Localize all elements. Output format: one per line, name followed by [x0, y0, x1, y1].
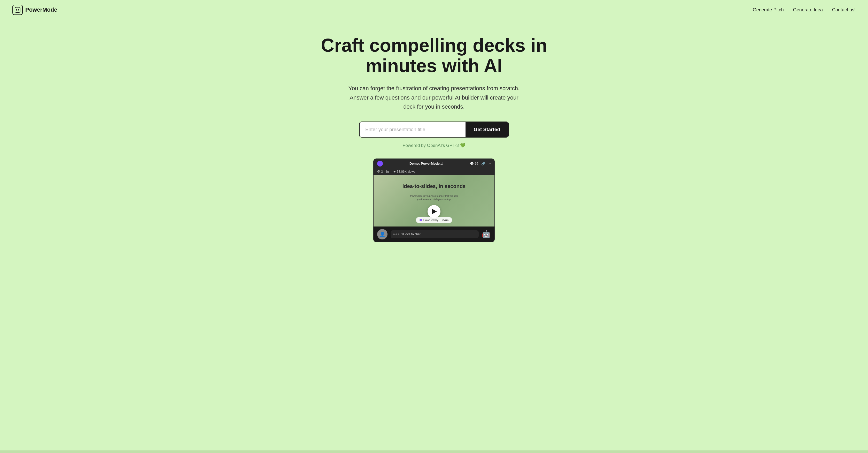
link-icon: 🔗: [481, 162, 485, 166]
video-top-icons: 💬 16 🔗 ↗: [470, 162, 491, 166]
svg-rect-0: [15, 7, 20, 12]
nav-links: Generate Pitch Generate Idea Contact us!: [753, 7, 856, 13]
brand-logo[interactable]: PowerMode: [12, 5, 57, 15]
video-preview-subtitle: PowerMode is your AI co-founder that wil…: [410, 194, 458, 201]
video-duration: ⏱ 3 min: [377, 170, 389, 173]
video-top-bar: T Demo: PowerMode.ai 💬 16 🔗 ↗: [374, 159, 494, 169]
video-avatar: T: [377, 161, 383, 167]
nav-contact-us[interactable]: Contact us!: [832, 7, 856, 12]
play-triangle-icon: [432, 209, 437, 214]
presentation-title-input[interactable]: [360, 122, 466, 137]
get-started-button[interactable]: Get Started: [466, 122, 508, 137]
robot-icon: 🤖: [482, 230, 491, 238]
svg-point-2: [18, 9, 19, 10]
comment-icon: 💬 16: [470, 162, 478, 166]
input-row: Get Started: [359, 121, 509, 138]
video-preview-title: Idea-to-slides, in seconds: [402, 183, 466, 189]
brand-name: PowerMode: [25, 6, 57, 13]
nav-generate-idea[interactable]: Generate Idea: [793, 7, 823, 12]
video-meta-bar: ⏱ 3 min 👁 38.06K views: [374, 169, 494, 175]
hero-title: Craft compelling decks in minutes with A…: [292, 35, 576, 76]
video-views: 👁 38.06K views: [393, 170, 415, 173]
footer-bar: [0, 450, 868, 453]
logo-icon: [12, 5, 23, 15]
hero-section: Craft compelling decks in minutes with A…: [0, 20, 868, 253]
video-preview: Idea-to-slides, in seconds PowerMode is …: [374, 175, 494, 227]
loom-dot-icon: [420, 219, 422, 221]
share-icon: ↗: [488, 162, 491, 166]
play-button[interactable]: [428, 205, 440, 218]
navbar: PowerMode Generate Pitch Generate Idea C…: [0, 0, 868, 20]
video-embed: T Demo: PowerMode.ai 💬 16 🔗 ↗ ⏱ 3 min 👁 …: [373, 159, 495, 242]
presenter-avatar: 👤: [377, 229, 388, 239]
nav-generate-pitch[interactable]: Generate Pitch: [753, 7, 784, 12]
svg-point-1: [16, 9, 17, 10]
video-title: Demo: PowerMode.ai: [385, 162, 467, 166]
video-chat-bar: 'd love to chat!: [391, 230, 479, 238]
powered-by-label: Powered by OpenAI's GPT-3 💚: [402, 143, 465, 148]
video-bottom-bar: 👤 'd love to chat! 🤖: [374, 227, 494, 242]
hero-subtitle: You can forget the frustration of creati…: [346, 84, 522, 111]
chat-text: 'd love to chat!: [401, 232, 421, 236]
powered-by-loom: Powered by loom: [416, 217, 452, 223]
chat-dots: [393, 233, 399, 235]
